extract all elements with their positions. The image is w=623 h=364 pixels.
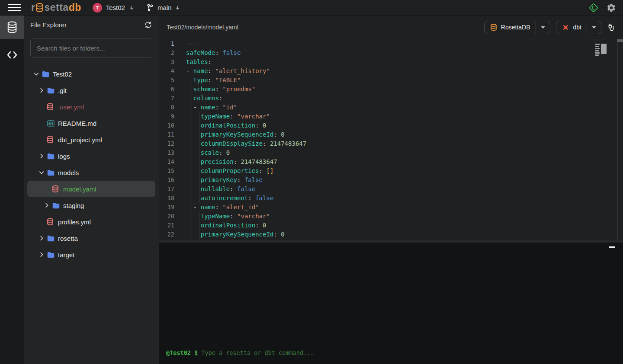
yaml-file-icon: [47, 218, 54, 226]
indent-guide: [192, 103, 192, 112]
terminal-panel[interactable]: @Test02 $ Type a rosetta or dbt command.…: [159, 243, 623, 364]
chevron-down-icon: [33, 71, 39, 77]
chevron-slot[interactable]: [36, 235, 47, 241]
minimap-lines: [595, 44, 600, 56]
connection-icon-button[interactable]: [607, 23, 616, 32]
tree-folder-rosetta[interactable]: rosetta: [27, 230, 155, 246]
code-text: primaryKeySequenceId: 0: [186, 230, 285, 239]
activity-rail: [0, 16, 24, 364]
code-line-5: 5 type: "TABLE": [159, 76, 623, 85]
folder-icon-wrap: [52, 202, 63, 209]
editor-actions: RosettaDBdbt: [484, 21, 616, 34]
minimap-slider[interactable]: [601, 44, 607, 54]
tree-folder-models[interactable]: models: [27, 164, 155, 181]
chevron-right-icon: [39, 252, 45, 258]
indent-guide: [199, 157, 199, 166]
git-status-icon[interactable]: [588, 3, 599, 13]
code-text: ordinalPosition: 0: [186, 221, 266, 230]
chevron-slot[interactable]: [36, 87, 47, 93]
indent-guide: [192, 194, 192, 203]
scrollbar-thumb[interactable]: [617, 39, 623, 42]
dbt-dropdown-caret[interactable]: [587, 21, 601, 34]
project-avatar: T: [93, 3, 102, 13]
folder-icon-wrap: [47, 235, 58, 242]
chevron-slot[interactable]: [36, 169, 47, 176]
indent-guide: [192, 157, 192, 166]
code-text: columns:: [186, 94, 222, 103]
vertical-scrollbar[interactable]: [617, 39, 623, 240]
code-text: ---: [186, 39, 197, 48]
code-text: autoincrement: false: [186, 194, 273, 203]
rail-database-tab[interactable]: [0, 16, 24, 39]
line-number: 10: [159, 121, 186, 130]
search-input[interactable]: [31, 45, 152, 52]
connection-icon: [607, 23, 616, 32]
code-text: typeName: "varchar": [186, 112, 270, 121]
tree-folder-logs[interactable]: logs: [27, 148, 155, 164]
tree-file-dbt-project-yml[interactable]: dbt_project.yml: [27, 131, 155, 148]
tree-file-model-yaml[interactable]: model.yaml: [27, 181, 155, 197]
code-text: type: "TABLE": [186, 76, 241, 85]
indent-guide: [192, 221, 192, 230]
code-text: precision: 2147483647: [186, 157, 277, 166]
tree-folder-test02[interactable]: Test02: [27, 66, 155, 82]
line-number: 11: [159, 130, 186, 139]
branch-selector[interactable]: main: [146, 3, 181, 12]
caret-down-icon: [541, 26, 545, 29]
button-label: dbt: [573, 24, 581, 31]
tree-folder--git[interactable]: .git: [27, 82, 155, 99]
line-number: 13: [159, 148, 186, 157]
code-text: - name: "alert_history": [186, 67, 270, 76]
app-logo: r setta db: [31, 2, 81, 13]
rosettadb-button[interactable]: RosettaDB: [484, 21, 550, 34]
chevron-slot[interactable]: [42, 202, 52, 208]
indent-guide: [199, 221, 199, 230]
minimize-terminal-icon[interactable]: [609, 246, 615, 248]
tree-item-label: models: [58, 169, 79, 176]
code-line-13: 13 scale: 0: [159, 148, 623, 157]
refresh-icon[interactable]: [144, 21, 152, 29]
chevron-slot[interactable]: [36, 252, 47, 258]
settings-gear-icon[interactable]: [607, 3, 616, 13]
project-selector[interactable]: T Test02: [93, 3, 135, 13]
database-icon: [490, 24, 498, 31]
chevron-slot[interactable]: [36, 153, 47, 159]
caret-down-icon: [592, 26, 596, 29]
line-number: 20: [159, 212, 186, 221]
menu-icon[interactable]: [8, 3, 21, 13]
tree-item-label: rosetta: [58, 235, 78, 242]
code-editor[interactable]: 1---2safeMode: false3tables:4- name: "al…: [159, 39, 623, 240]
tree-item-label: model.yaml: [63, 185, 96, 193]
indent-guide: [199, 148, 199, 157]
terminal-input-line[interactable]: @Test02 $ Type a rosetta or dbt command.…: [166, 349, 314, 356]
chevron-slot[interactable]: [31, 71, 42, 77]
folder-icon: [47, 87, 55, 94]
rail-code-tab[interactable]: [0, 43, 24, 67]
dbt-button[interactable]: dbt: [556, 21, 601, 34]
dbt-button-main[interactable]: dbt: [556, 21, 587, 34]
rosettadb-dropdown-caret[interactable]: [536, 21, 550, 34]
code-line-18: 18 autoincrement: false: [159, 194, 623, 203]
minimap[interactable]: [595, 44, 607, 56]
code-line-20: 20 typeName: "varchar": [159, 212, 623, 221]
indent-guide: [192, 166, 192, 176]
line-number: 17: [159, 185, 186, 194]
tree-file-profiles-yml[interactable]: profiles.yml: [27, 214, 155, 230]
indent-guide: [192, 212, 192, 221]
tree-item-label: .user.yml: [58, 103, 84, 111]
indent-guide: [192, 230, 192, 239]
folder-icon: [47, 235, 55, 242]
tree-file--user-yml[interactable]: .user.yml: [27, 99, 155, 115]
code-text: ordinalPosition: 0: [186, 121, 266, 130]
indent-guide: [192, 185, 192, 194]
code-line-7: 7 columns:: [159, 94, 623, 103]
tree-folder-target[interactable]: target: [27, 246, 155, 263]
logo-text: setta: [44, 2, 68, 13]
tree-file-readme-md[interactable]: README.md: [27, 115, 155, 131]
rosettadb-button-main[interactable]: RosettaDB: [485, 21, 536, 34]
tree-folder-staging[interactable]: staging: [27, 197, 155, 214]
file-tree: Test02.git.user.ymlREADME.mddbt_project.…: [24, 66, 159, 263]
line-number: 4: [159, 67, 186, 76]
file-explorer-title: File Explorer: [30, 21, 67, 29]
code-text: primaryKey: false: [186, 176, 263, 185]
